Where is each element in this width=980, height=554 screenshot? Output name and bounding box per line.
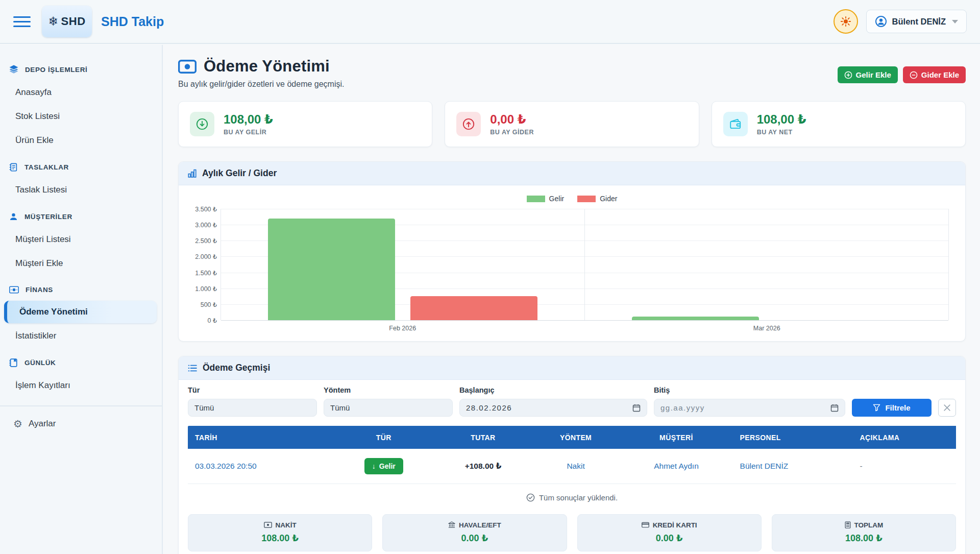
summary-value: 0.00 ₺ [578,533,761,544]
payment-icon [178,60,197,74]
chart-legend: GelirGider [187,195,957,203]
y-tick-label: 0 ₺ [187,317,217,324]
user-menu-button[interactable]: Bülent DENİZ [866,10,967,33]
table-row[interactable]: 03.03.2026 20:50 ↓ Gelir +108.00 ₺ Nakit… [188,449,956,484]
user-avatar-icon [875,15,887,28]
sidebar-section-label: FİNANS [26,286,53,294]
sidebar-item-ayarlar[interactable]: ⚙ Ayarlar [0,414,162,434]
stat-card-net: 108,00 ₺ BU AY NET [712,101,966,147]
y-tick-label: 3.000 ₺ [187,221,217,229]
sidebar-item-taslak-listesi[interactable]: Taslak Listesi [0,179,157,201]
col-tarih: TARİH [188,426,333,449]
summary-value: 108.00 ₺ [188,533,372,544]
bar-group-mar-2026 [585,209,948,320]
app-logo[interactable]: ❄ SHD [42,6,92,37]
sidebar-item-musteri-ekle[interactable]: Müşteri Ekle [0,252,157,275]
table-header-row: TARİH TÜR TUTAR YÖNTEM MÜŞTERİ PERSONEL … [188,426,956,449]
sidebar-item-label: Ayarlar [29,419,56,429]
sidebar-item-istatistikler[interactable]: İstatistikler [0,325,157,347]
legend-item[interactable]: Gelir [527,195,565,203]
calendar-icon[interactable] [632,404,641,412]
stat-label: BU AY NET [757,129,806,136]
menu-toggle-icon[interactable] [13,14,31,29]
stat-value: 108,00 ₺ [757,112,806,127]
filter-bar: Tür Tümü Yöntem Tümü Başlangıç 28.02.202… [179,380,965,426]
sidebar-item-anasayfa[interactable]: Anasayfa [0,81,157,104]
stat-value: 108,00 ₺ [224,112,273,127]
customer-link[interactable]: Ahmet Aydın [620,449,732,484]
bar-gelir-feb-2026[interactable] [268,219,395,320]
summary-value: 0.00 ₺ [383,533,566,544]
sidebar-item-stok-listesi[interactable]: Stok Listesi [0,105,157,128]
legend-label: Gider [600,195,617,203]
stats-row: 108,00 ₺ BU AY GELİR 0,00 ₺ BU AY GİDER … [178,101,966,147]
sidebar-item-urun-ekle[interactable]: Ürün Ekle [0,129,157,152]
calculator-icon [845,521,851,528]
x-tick-label: Mar 2026 [585,325,949,332]
legend-swatch [577,196,596,202]
grid-line [221,320,948,321]
sun-icon [840,16,851,27]
arrow-up-circle-icon [456,112,481,136]
filter-label-yontem: Yöntem [324,386,453,394]
credit-card-icon [642,522,649,528]
all-results-loaded-message: Tüm sonuçlar yüklendi. [179,484,965,506]
summary-card-toplam: TOPLAM 108.00 ₺ [772,514,956,551]
top-navbar: ❄ SHD SHD Takip Bülent DENİZ [0,0,980,44]
sidebar-item-musteri-listesi[interactable]: Müşteri Listesi [0,228,157,251]
type-select[interactable]: Tümü [188,399,317,417]
legend-item[interactable]: Gider [577,195,617,203]
sidebar-section-gunluk: GÜNLÜK [0,353,162,373]
sidebar-section-label: DEPO İŞLEMLERİ [25,66,87,74]
calendar-icon[interactable] [830,404,839,412]
payment-amount: +108.00 ₺ [434,449,531,484]
bank-icon [448,521,455,528]
stat-card-gider: 0,00 ₺ BU AY GİDER [445,101,699,147]
user-name: Bülent DENİZ [892,17,946,27]
chart-x-axis-labels: Feb 2026Mar 2026 [220,325,949,334]
gear-icon: ⚙ [13,419,22,429]
arrow-down-circle-icon [190,112,214,136]
add-income-button[interactable]: Gelir Ekle [838,66,898,83]
sidebar-section-depo: DEPO İŞLEMLERİ [0,59,162,80]
sidebar-section-finans: FİNANS [0,280,162,299]
bar-gelir-mar-2026[interactable] [632,317,759,320]
file-lines-icon [9,163,18,172]
y-tick-label: 1.500 ₺ [187,269,217,276]
col-aciklama: AÇIKLAMA [852,426,956,449]
wallet-icon [723,112,748,136]
arrow-down-icon: ↓ [372,462,376,470]
logo-text: SHD [61,15,86,28]
col-personel: PERSONEL [733,426,853,449]
clear-filters-button[interactable] [938,399,956,417]
banknote-icon [9,286,19,294]
chart-plot: 3.500 ₺3.000 ₺2.500 ₺2.000 ₺1.500 ₺1.000… [220,209,949,320]
sidebar-item-islem-kayitlari[interactable]: İşlem Kayıtları [0,374,157,397]
filter-button[interactable]: Filtrele [852,399,932,417]
col-tur: TÜR [333,426,434,449]
filter-label-tur: Tür [188,386,317,394]
plus-circle-icon [844,71,852,79]
end-date-input[interactable]: gg.aa.yyyy [654,399,845,417]
sidebar: DEPO İŞLEMLERİ Anasayfa Stok Listesi Ürü… [0,45,163,554]
x-icon [943,404,951,412]
app-title: SHD Takip [101,14,164,29]
bar-chart-icon [188,169,197,178]
sidebar-section-musteriler: MÜŞTERİLER [0,207,162,227]
minus-circle-icon [910,71,918,79]
journal-icon [9,358,18,367]
bar-gider-feb-2026[interactable] [410,296,537,320]
payment-date[interactable]: 03.03.2026 20:50 [188,449,333,484]
personnel-name: Bülent DENİZ [733,449,853,484]
sidebar-item-odeme-yonetimi[interactable]: Ödeme Yönetimi [4,301,157,323]
snowflake-icon: ❄ [48,15,58,28]
theme-toggle-button[interactable] [834,9,858,34]
add-expense-button[interactable]: Gider Ekle [903,66,966,83]
page-title: Ödeme Yönetimi [204,57,330,76]
chart-area: GelirGider 3.500 ₺3.000 ₺2.500 ₺2.000 ₺1… [179,185,965,341]
payment-method: Nakit [532,449,620,484]
layers-icon [9,65,18,74]
start-date-input[interactable]: 28.02.2026 [459,399,647,417]
legend-swatch [527,196,545,202]
method-select[interactable]: Tümü [324,399,453,417]
